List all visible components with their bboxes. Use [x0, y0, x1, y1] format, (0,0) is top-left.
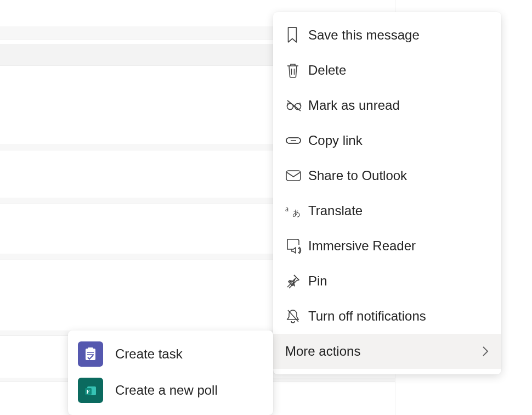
svg-text:あ: あ [292, 209, 301, 217]
menu-item-label: Translate [306, 203, 489, 218]
menu-item-label: Mark as unread [306, 98, 489, 113]
chevron-right-icon [482, 345, 489, 357]
submenu-item-label: Create a new poll [103, 383, 218, 398]
bell-off-icon [285, 308, 306, 324]
menu-item-label: Delete [306, 63, 489, 78]
submenu-item-label: Create task [103, 346, 183, 362]
menu-item-label: Copy link [306, 133, 489, 148]
menu-item-mark-unread[interactable]: Mark as unread [273, 88, 501, 123]
svg-text:a: a [285, 205, 289, 213]
menu-item-label: Immersive Reader [306, 238, 489, 254]
submenu-item-create-poll[interactable]: F Create a new poll [68, 372, 273, 408]
forms-app-icon: F [78, 378, 103, 403]
menu-item-delete[interactable]: Delete [273, 53, 501, 88]
envelope-icon [285, 169, 306, 182]
svg-rect-4 [286, 171, 301, 181]
glasses-off-icon [285, 99, 306, 112]
menu-item-more-actions[interactable]: More actions [273, 334, 501, 369]
menu-item-turn-off-notifications[interactable]: Turn off notifications [273, 299, 501, 334]
menu-item-label: Turn off notifications [306, 309, 489, 324]
more-actions-submenu: Create task F Create a new poll [68, 330, 273, 415]
menu-item-share-outlook[interactable]: Share to Outlook [273, 158, 501, 193]
menu-item-translate[interactable]: a あ Translate [273, 193, 501, 228]
trash-icon [285, 62, 306, 78]
menu-item-label: Pin [306, 273, 489, 289]
menu-item-label: Share to Outlook [306, 168, 489, 183]
menu-item-label: Save this message [306, 27, 489, 43]
svg-text:F: F [87, 389, 90, 395]
menu-item-label: More actions [285, 344, 482, 359]
svg-rect-8 [88, 347, 93, 350]
bookmark-icon [285, 26, 306, 44]
menu-item-save-message[interactable]: Save this message [273, 18, 501, 53]
submenu-item-create-task[interactable]: Create task [68, 336, 273, 372]
menu-item-pin[interactable]: Pin [273, 263, 501, 299]
message-context-menu: Save this message Delete Mark a [273, 12, 501, 374]
link-icon [285, 136, 306, 145]
translate-icon: a あ [285, 204, 306, 218]
immersive-reader-icon [285, 238, 306, 254]
menu-item-copy-link[interactable]: Copy link [273, 123, 501, 158]
pin-icon [285, 273, 306, 289]
tasks-app-icon [78, 341, 103, 367]
menu-item-immersive-reader[interactable]: Immersive Reader [273, 228, 501, 263]
